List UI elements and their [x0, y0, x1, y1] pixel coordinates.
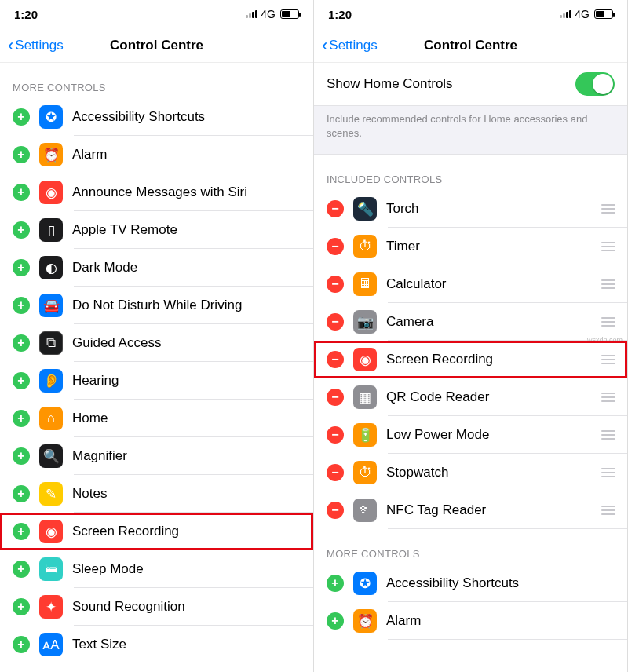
app-icon: ⏱	[353, 235, 377, 258]
battery-icon	[594, 9, 613, 19]
remove-button[interactable]: −	[327, 313, 344, 331]
control-label: Guided Access	[72, 335, 305, 351]
content-right: Show Home Controls Include recommended c…	[314, 63, 627, 672]
drag-handle-icon[interactable]	[597, 393, 619, 402]
drag-handle-icon[interactable]	[597, 468, 619, 477]
control-label: Accessibility Shortcuts	[72, 109, 305, 125]
control-row: +🔍Magnifier	[0, 437, 313, 475]
back-button[interactable]: ‹ Settings	[8, 37, 64, 54]
control-label: Camera	[386, 314, 593, 330]
add-button[interactable]: +	[327, 575, 344, 592]
signal-icon	[560, 10, 571, 18]
control-label: Screen Recording	[72, 524, 305, 539]
control-label: Alarm	[72, 147, 305, 163]
add-button[interactable]: +	[327, 612, 344, 630]
drag-handle-icon[interactable]	[597, 279, 619, 289]
app-icon: 📷	[353, 310, 377, 334]
app-icon: ◉	[39, 520, 63, 543]
status-bar: 1:20 4G	[314, 0, 627, 28]
app-icon: ᴀA	[39, 633, 63, 656]
chevron-left-icon: ‹	[322, 37, 327, 54]
network-label: 4G	[575, 8, 590, 20]
control-label: Do Not Disturb While Driving	[72, 298, 305, 313]
control-row: +✎Notes	[0, 475, 313, 513]
control-label: NFC Tag Reader	[386, 502, 593, 518]
control-row: −📷Camera	[314, 303, 627, 341]
drag-handle-icon[interactable]	[597, 355, 619, 364]
app-icon: ✦	[39, 595, 63, 619]
add-button[interactable]: +	[13, 636, 30, 653]
drag-handle-icon[interactable]	[597, 317, 619, 327]
app-icon: ⏰	[39, 143, 63, 166]
drag-handle-icon[interactable]	[597, 204, 619, 214]
control-row: +👂Hearing	[0, 362, 313, 400]
control-row: +✪Accessibility Shortcuts	[0, 98, 313, 136]
add-button[interactable]: +	[13, 561, 30, 578]
network-label: 4G	[261, 8, 276, 20]
status-right: 4G	[560, 8, 613, 20]
control-row: +✪Accessibility Shortcuts	[314, 564, 627, 602]
control-label: Magnifier	[72, 448, 305, 464]
control-row: +ᴀAText Size	[0, 626, 313, 663]
add-button[interactable]: +	[13, 485, 30, 502]
add-button[interactable]: +	[13, 221, 30, 239]
app-icon: ◐	[39, 256, 63, 279]
control-label: Timer	[386, 239, 593, 254]
control-label: QR Code Reader	[386, 389, 593, 405]
back-label: Settings	[329, 38, 377, 53]
app-icon: ◉	[39, 181, 63, 204]
add-button[interactable]: +	[13, 297, 30, 314]
add-button[interactable]: +	[13, 259, 30, 276]
remove-button[interactable]: −	[327, 502, 344, 519]
app-icon: ◉	[353, 348, 377, 371]
app-icon: 🚘	[39, 294, 63, 317]
add-button[interactable]: +	[13, 523, 30, 540]
remove-button[interactable]: −	[327, 238, 344, 255]
remove-button[interactable]: −	[327, 351, 344, 368]
add-button[interactable]: +	[13, 146, 30, 163]
remove-button[interactable]: −	[327, 200, 344, 217]
battery-icon	[280, 9, 299, 19]
control-row: −◉Screen Recording	[314, 341, 627, 378]
control-row: +◉Announce Messages with Siri	[0, 173, 313, 211]
section-header-more: More Controls	[314, 529, 627, 564]
drag-handle-icon[interactable]	[597, 506, 619, 515]
drag-handle-icon[interactable]	[597, 430, 619, 440]
app-icon: ⌂	[39, 407, 63, 430]
control-row: −🖩Calculator	[314, 265, 627, 303]
drag-handle-icon[interactable]	[597, 242, 619, 251]
remove-button[interactable]: −	[327, 464, 344, 481]
back-button[interactable]: ‹ Settings	[322, 37, 378, 54]
nav-bar: ‹ Settings Control Centre	[0, 28, 313, 63]
add-button[interactable]: +	[13, 598, 30, 615]
control-row: −⏱Stopwatch	[314, 454, 627, 491]
show-home-controls-toggle[interactable]	[575, 72, 615, 96]
remove-button[interactable]: −	[327, 276, 344, 293]
remove-button[interactable]: −	[327, 389, 344, 406]
control-label: Announce Messages with Siri	[72, 184, 305, 200]
control-label: Alarm	[386, 613, 619, 629]
show-home-controls-label: Show Home Controls	[327, 76, 453, 92]
screen-right: 1:20 4G ‹ Settings Control Centre Show H…	[314, 0, 628, 672]
app-icon: 🖩	[353, 272, 377, 296]
add-button[interactable]: +	[13, 372, 30, 389]
section-header-included: Included Controls	[314, 155, 627, 190]
control-row: −🔋Low Power Mode	[314, 416, 627, 454]
app-icon: ✪	[39, 105, 63, 129]
remove-button[interactable]: −	[327, 426, 344, 444]
add-button[interactable]: +	[13, 334, 30, 352]
status-bar: 1:20 4G	[0, 0, 313, 28]
control-row: +🚘Do Not Disturb While Driving	[0, 287, 313, 324]
add-button[interactable]: +	[13, 447, 30, 465]
control-row: −ᯤNFC Tag Reader	[314, 491, 627, 529]
add-button[interactable]: +	[13, 184, 30, 201]
app-icon: ⧉	[39, 331, 63, 355]
app-icon: ✎	[39, 482, 63, 506]
control-row: +▯Apple TV Remote	[0, 211, 313, 249]
add-button[interactable]: +	[13, 410, 30, 427]
add-button[interactable]: +	[13, 108, 30, 126]
control-label: Dark Mode	[72, 260, 305, 276]
control-row: +✦Sound Recognition	[0, 588, 313, 626]
app-icon: ⏰	[353, 609, 377, 633]
app-icon: 🔍	[39, 444, 63, 468]
